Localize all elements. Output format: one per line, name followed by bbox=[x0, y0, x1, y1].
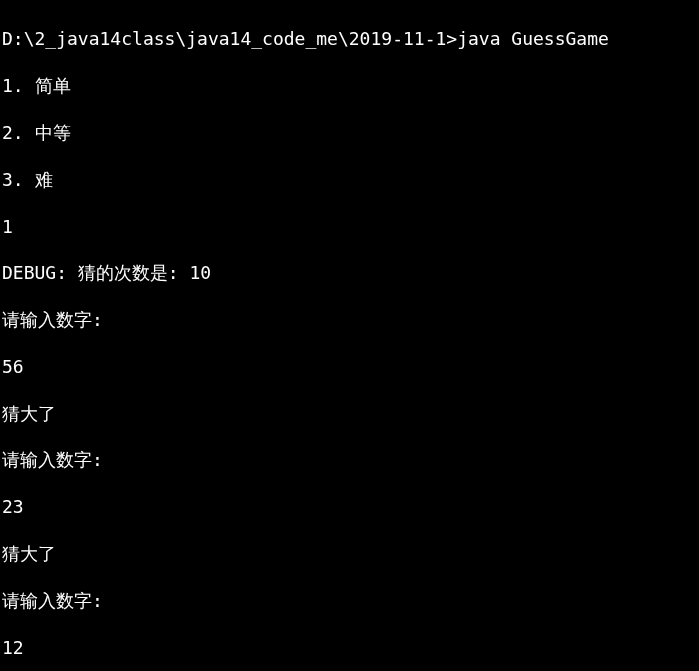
guess-value: 23 bbox=[2, 495, 697, 518]
guess-value: 56 bbox=[2, 355, 697, 378]
command-prompt-line: D:\2_java14class\java14_code_me\2019-11-… bbox=[2, 27, 697, 50]
input-prompt: 请输入数字: bbox=[2, 448, 697, 471]
debug-output: DEBUG: 猜的次数是: 10 bbox=[2, 261, 697, 284]
user-input-choice: 1 bbox=[2, 215, 697, 238]
menu-option-easy: 1. 简单 bbox=[2, 74, 697, 97]
feedback-too-big: 猜大了 bbox=[2, 402, 697, 425]
terminal-window[interactable]: D:\2_java14class\java14_code_me\2019-11-… bbox=[2, 4, 697, 671]
menu-option-hard: 3. 难 bbox=[2, 168, 697, 191]
guess-value: 12 bbox=[2, 636, 697, 659]
input-prompt: 请输入数字: bbox=[2, 308, 697, 331]
feedback-too-big: 猜大了 bbox=[2, 542, 697, 565]
input-prompt: 请输入数字: bbox=[2, 589, 697, 612]
menu-option-medium: 2. 中等 bbox=[2, 121, 697, 144]
